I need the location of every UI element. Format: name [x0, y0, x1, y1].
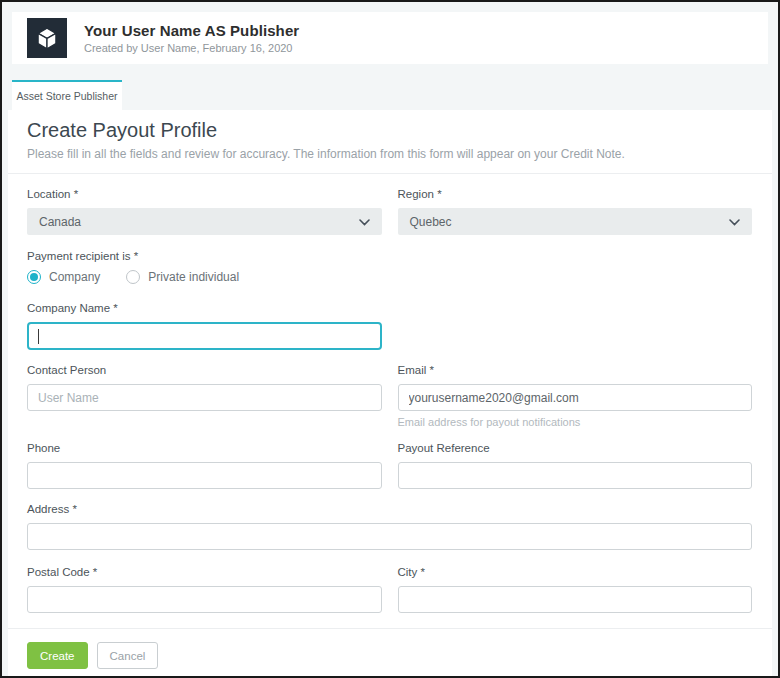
- location-select[interactable]: Canada: [27, 208, 382, 235]
- chevron-down-icon: [359, 215, 370, 229]
- payment-recipient-label: Payment recipient is *: [27, 250, 752, 262]
- region-value: Quebec: [410, 215, 452, 229]
- email-helper-text: Email address for payout notifications: [398, 416, 753, 428]
- radio-company[interactable]: Company: [27, 270, 100, 284]
- region-select[interactable]: Quebec: [398, 208, 753, 235]
- cancel-button[interactable]: Cancel: [97, 642, 159, 669]
- unity-logo-icon: [27, 18, 67, 58]
- payout-profile-form: Location * Canada Region * Quebec: [27, 188, 752, 678]
- city-label: City *: [398, 566, 753, 578]
- tab-bar: Asset Store Publisher: [2, 80, 778, 110]
- region-label: Region *: [398, 188, 753, 200]
- city-input[interactable]: [398, 586, 753, 613]
- phone-field: Phone: [27, 442, 382, 489]
- page-description: Please fill in all the fields and review…: [27, 147, 752, 161]
- page-title: Create Payout Profile: [27, 118, 752, 142]
- radio-selected-icon[interactable]: [27, 270, 41, 284]
- create-button[interactable]: Create: [27, 642, 88, 669]
- publisher-portal-window: Your User Name AS Publisher Created by U…: [0, 0, 780, 678]
- location-field: Location * Canada: [27, 188, 382, 235]
- region-field: Region * Quebec: [398, 188, 753, 235]
- email-field: Email * Email address for payout notific…: [398, 364, 753, 428]
- email-input[interactable]: [398, 384, 753, 411]
- radio-unselected-icon[interactable]: [126, 270, 140, 284]
- divider: [8, 173, 772, 174]
- contact-person-label: Contact Person: [27, 364, 382, 376]
- company-name-input[interactable]: [27, 322, 382, 350]
- payout-reference-label: Payout Reference: [398, 442, 753, 454]
- address-input[interactable]: [27, 523, 752, 550]
- publisher-header: Your User Name AS Publisher Created by U…: [12, 12, 768, 64]
- radio-private-individual[interactable]: Private individual: [126, 270, 239, 284]
- postal-code-input[interactable]: [27, 586, 382, 613]
- phone-input[interactable]: [27, 462, 382, 489]
- publisher-subtitle: Created by User Name, February 16, 2020: [84, 42, 299, 54]
- email-label: Email *: [398, 364, 753, 376]
- radio-company-label: Company: [49, 270, 100, 284]
- chevron-down-icon: [729, 215, 740, 229]
- payout-reference-input[interactable]: [398, 462, 753, 489]
- location-value: Canada: [39, 215, 81, 229]
- city-field: City *: [398, 566, 753, 613]
- postal-code-field: Postal Code *: [27, 566, 382, 613]
- tab-asset-store-publisher[interactable]: Asset Store Publisher: [12, 80, 122, 110]
- form-actions: Create Cancel: [8, 628, 772, 678]
- text-cursor: [38, 329, 39, 344]
- payment-recipient-field: Payment recipient is * Company Private i…: [27, 250, 752, 284]
- create-payout-profile-panel: Create Payout Profile Please fill in all…: [8, 110, 772, 678]
- company-name-field: Company Name *: [27, 302, 382, 350]
- payout-reference-field: Payout Reference: [398, 442, 753, 489]
- phone-label: Phone: [27, 442, 382, 454]
- contact-person-field: Contact Person: [27, 364, 382, 428]
- company-name-label: Company Name *: [27, 302, 382, 314]
- postal-code-label: Postal Code *: [27, 566, 382, 578]
- publisher-title: Your User Name AS Publisher: [84, 22, 299, 39]
- radio-private-individual-label: Private individual: [148, 270, 239, 284]
- contact-person-input[interactable]: [27, 384, 382, 411]
- location-label: Location *: [27, 188, 382, 200]
- address-field: Address *: [27, 503, 752, 550]
- payment-recipient-options: Company Private individual: [27, 270, 752, 284]
- address-label: Address *: [27, 503, 752, 515]
